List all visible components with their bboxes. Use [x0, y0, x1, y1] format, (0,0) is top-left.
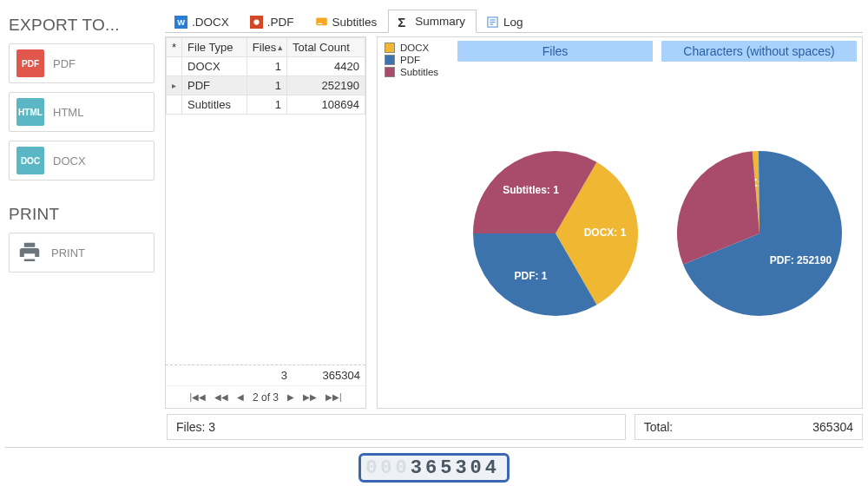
lcd-counter: 000365304: [358, 453, 510, 483]
print-title: PRINT: [9, 205, 155, 224]
chart-files: Files DOCX: 1PDF: 1Subtitles: 1: [457, 41, 653, 404]
col-filetype[interactable]: File Type: [182, 38, 247, 57]
cell-filetype: PDF: [182, 76, 247, 95]
lcd-value: 365304: [411, 457, 500, 479]
pager-prev[interactable]: ◀: [237, 392, 244, 402]
footer-files-box: Files: 3: [167, 414, 626, 440]
footer-total-label: Total:: [644, 420, 673, 434]
summary-table[interactable]: * File Type Files▲ Total Count DOCX 1: [166, 37, 365, 115]
tab-log[interactable]: Log: [477, 10, 535, 33]
cell-files: 1: [247, 95, 286, 115]
legend-swatch: [385, 43, 395, 53]
printer-icon: [16, 240, 43, 266]
export-title: EXPORT TO...: [9, 16, 155, 35]
print-button-label: PRINT: [51, 246, 85, 259]
tab-docx-label: .DOCX: [192, 16, 229, 29]
log-icon: [486, 16, 499, 29]
doc-icon: DOC: [16, 147, 44, 174]
cell-total: 108694: [287, 95, 365, 115]
pager-next[interactable]: ▶: [287, 392, 294, 402]
export-pdf-label: PDF: [53, 57, 76, 70]
tab-docx[interactable]: W .DOCX: [165, 10, 240, 33]
export-pdf-button[interactable]: PDF PDF: [9, 43, 155, 83]
pager-text: 2 of 3: [253, 391, 279, 404]
col-indicator[interactable]: *: [167, 38, 182, 57]
summary-grid: * File Type Files▲ Total Count DOCX 1: [165, 36, 366, 409]
legend-docx: DOCX: [385, 43, 450, 53]
pie-files: DOCX: 1PDF: 1Subtitles: 1: [464, 142, 647, 325]
word-icon: W: [174, 16, 187, 29]
sort-asc-icon: ▲: [276, 43, 284, 52]
tabs: W .DOCX .PDF Subtitles Σ Summary Lo: [165, 7, 863, 33]
cell-filetype: Subtitles: [182, 95, 247, 115]
grid-footer: 3 365304: [166, 364, 365, 385]
export-docx-label: DOCX: [53, 154, 86, 167]
footer-total-box: Total: 365304: [635, 414, 863, 440]
footer-total-value: 365304: [812, 420, 853, 434]
table-row[interactable]: Subtitles 1 108694: [167, 95, 365, 115]
tab-subtitles[interactable]: Subtitles: [306, 10, 389, 33]
main-panel: W .DOCX .PDF Subtitles Σ Summary Lo: [165, 7, 863, 409]
tab-log-label: Log: [503, 16, 523, 29]
chart-panel: DOCX PDF Subtitles Files DOCX: 1PDF: 1Su…: [377, 36, 863, 409]
row-indicator: ▸: [167, 76, 182, 95]
pie-chars: DOCX: 4420PDF: 252190: [668, 142, 851, 325]
tab-summary[interactable]: Σ Summary: [388, 10, 477, 33]
svg-rect-5: [318, 23, 322, 24]
grid-pager: |◀◀ ◀◀ ◀ 2 of 3 ▶ ▶▶ ▶▶|: [166, 385, 365, 408]
row-indicator: [167, 95, 182, 115]
pager-nextpage[interactable]: ▶▶: [303, 392, 317, 402]
export-docx-button[interactable]: DOC DOCX: [9, 141, 155, 181]
tab-pdf[interactable]: .PDF: [240, 10, 306, 33]
legend-swatch: [385, 55, 395, 65]
cell-files: 1: [247, 76, 286, 95]
cell-files: 1: [247, 57, 286, 76]
footer-total: 365304: [293, 365, 365, 385]
legend-subtitles: Subtitles: [385, 67, 450, 77]
print-button[interactable]: PRINT: [9, 233, 155, 273]
pager-prevpage[interactable]: ◀◀: [214, 392, 228, 402]
chart-chars-title: Characters (without spaces): [661, 41, 857, 62]
cell-total: 252190: [287, 76, 365, 95]
col-files[interactable]: Files▲: [247, 38, 286, 57]
tab-pdf-label: .PDF: [267, 16, 294, 29]
cell-filetype: DOCX: [182, 57, 247, 76]
tab-summary-label: Summary: [415, 15, 465, 28]
table-row[interactable]: DOCX 1 4420: [167, 57, 365, 76]
svg-text:PDF: 252190: PDF: 252190: [769, 253, 832, 266]
pager-last[interactable]: ▶▶|: [326, 392, 342, 402]
sigma-icon: Σ: [398, 15, 411, 28]
separator: [5, 447, 863, 448]
html-icon: HTML: [16, 98, 44, 126]
tab-subtitles-label: Subtitles: [332, 16, 378, 29]
footer-files: 3: [251, 365, 293, 385]
svg-text:Subtitles: 1: Subtitles: 1: [503, 183, 559, 195]
footer-bars: Files: 3 Total: 365304: [0, 409, 868, 440]
cell-total: 4420: [287, 57, 365, 76]
export-html-label: HTML: [53, 106, 83, 119]
subtitles-icon: [315, 16, 328, 29]
export-html-button[interactable]: HTML HTML: [9, 92, 155, 132]
legend-swatch: [385, 67, 395, 77]
svg-text:W: W: [177, 18, 185, 27]
legend-pdf: PDF: [385, 55, 450, 65]
pdf-icon: PDF: [16, 49, 44, 77]
table-row[interactable]: ▸ PDF 1 252190: [167, 76, 365, 95]
svg-point-3: [253, 19, 259, 24]
sidebar: EXPORT TO... PDF PDF HTML HTML DOC DOCX …: [9, 7, 155, 409]
pdf-icon: [250, 16, 263, 29]
chart-files-title: Files: [457, 41, 653, 62]
row-indicator: [167, 57, 182, 76]
chart-chars: Characters (without spaces) DOCX: 4420PD…: [661, 41, 857, 404]
lcd-pad: 000: [365, 457, 411, 479]
svg-text:PDF: 1: PDF: 1: [514, 269, 547, 281]
svg-text:DOCX: 1: DOCX: 1: [583, 227, 626, 239]
pager-first[interactable]: |◀◀: [189, 392, 206, 402]
col-totalcount[interactable]: Total Count: [287, 38, 365, 57]
chart-legend: DOCX PDF Subtitles: [383, 41, 452, 404]
footer-files-label: Files: 3: [176, 420, 215, 434]
